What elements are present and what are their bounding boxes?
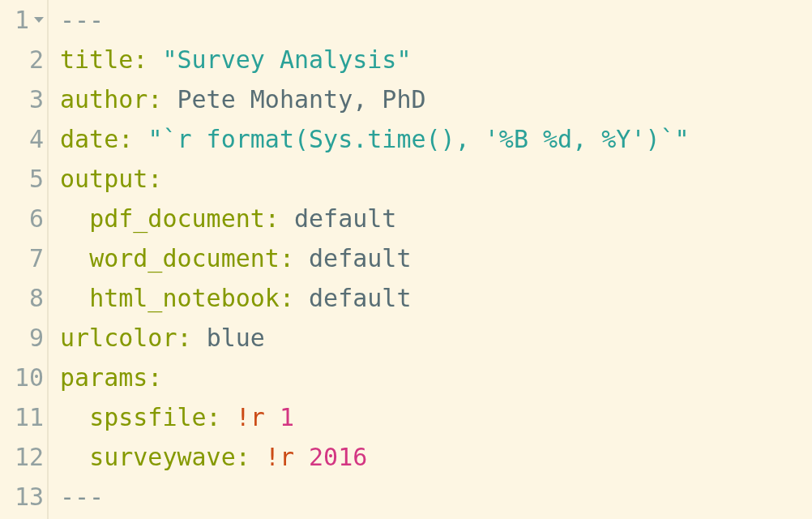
code-token (192, 318, 207, 358)
code-token: author: (60, 79, 162, 119)
code-line[interactable]: --- (60, 0, 812, 40)
line-number: 2 (0, 40, 44, 79)
line-number: 7 (0, 238, 44, 278)
line-number-text: 10 (15, 358, 44, 397)
code-token: blue (207, 318, 265, 358)
code-token (162, 79, 177, 119)
code-editor[interactable]: 12345678910111213 ---title: "Survey Anal… (0, 0, 812, 519)
code-line[interactable]: html_notebook: default (60, 278, 812, 318)
code-token (294, 437, 309, 477)
line-number-text: 11 (15, 397, 44, 437)
line-number-text: 9 (29, 318, 44, 358)
code-line[interactable]: urlcolor: blue (60, 318, 812, 358)
code-token: spssfile: (89, 397, 221, 437)
code-line[interactable]: --- (60, 477, 812, 517)
code-token: --- (60, 0, 104, 40)
line-number: 6 (0, 199, 44, 238)
line-number-text: 7 (29, 238, 44, 278)
code-token (280, 199, 294, 238)
code-token: word_document: (89, 238, 294, 278)
line-number: 8 (0, 278, 44, 318)
code-token (221, 397, 236, 437)
line-number-text: 3 (29, 79, 44, 119)
code-token (60, 397, 89, 437)
code-line[interactable]: params: (60, 358, 812, 397)
line-number: 9 (0, 318, 44, 358)
code-line[interactable]: surveywave: !r 2016 (60, 437, 812, 477)
line-number-text: 6 (29, 199, 44, 238)
line-number: 12 (0, 437, 44, 477)
line-number: 10 (0, 358, 44, 397)
code-token (133, 119, 147, 159)
line-number-text: 12 (15, 437, 44, 477)
code-token: title: (60, 40, 147, 79)
code-token: --- (60, 477, 104, 517)
code-line[interactable]: title: "Survey Analysis" (60, 40, 812, 79)
fold-triangle-icon[interactable] (34, 17, 44, 23)
code-token: 2016 (309, 437, 367, 477)
code-token (60, 238, 89, 278)
code-token: "Survey Analysis" (162, 40, 411, 79)
code-token (294, 238, 309, 278)
code-token: date: (60, 119, 133, 159)
code-token: urlcolor: (60, 318, 192, 358)
code-token (60, 199, 89, 238)
code-token: "`r format(Sys.time(), '%B %d, %Y')`" (147, 119, 689, 159)
code-line[interactable]: author: Pete Mohanty, PhD (60, 79, 812, 119)
code-token (147, 40, 162, 79)
code-area[interactable]: ---title: "Survey Analysis"author: Pete … (49, 0, 812, 519)
code-token (294, 278, 309, 318)
line-number: 5 (0, 159, 44, 199)
code-token: !r (236, 397, 265, 437)
code-token: params: (60, 358, 162, 397)
code-token: output: (60, 159, 162, 199)
code-token (250, 437, 265, 477)
code-token: !r (265, 437, 294, 477)
line-number-gutter: 12345678910111213 (0, 0, 49, 519)
code-token (60, 278, 89, 318)
code-line[interactable]: date: "`r format(Sys.time(), '%B %d, %Y'… (60, 119, 812, 159)
line-number: 3 (0, 79, 44, 119)
code-line[interactable]: spssfile: !r 1 (60, 397, 812, 437)
line-number-text: 8 (29, 278, 44, 318)
code-token (60, 437, 89, 477)
code-token: default (309, 238, 411, 278)
line-number-text: 4 (29, 119, 44, 159)
line-number-text: 1 (15, 0, 29, 40)
code-line[interactable]: output: (60, 159, 812, 199)
code-token: default (309, 278, 411, 318)
line-number: 13 (0, 477, 44, 517)
line-number: 1 (0, 0, 44, 40)
line-number-text: 5 (29, 159, 44, 199)
code-token: Pete Mohanty, PhD (177, 79, 426, 119)
code-token: pdf_document: (89, 199, 280, 238)
code-token: html_notebook: (89, 278, 294, 318)
code-token (265, 397, 280, 437)
line-number: 4 (0, 119, 44, 159)
code-token: default (294, 199, 396, 238)
code-line[interactable]: word_document: default (60, 238, 812, 278)
line-number-text: 13 (15, 477, 44, 517)
code-line[interactable]: pdf_document: default (60, 199, 812, 238)
line-number: 11 (0, 397, 44, 437)
line-number-text: 2 (29, 40, 44, 79)
code-token: 1 (280, 397, 294, 437)
code-token: surveywave: (89, 437, 250, 477)
